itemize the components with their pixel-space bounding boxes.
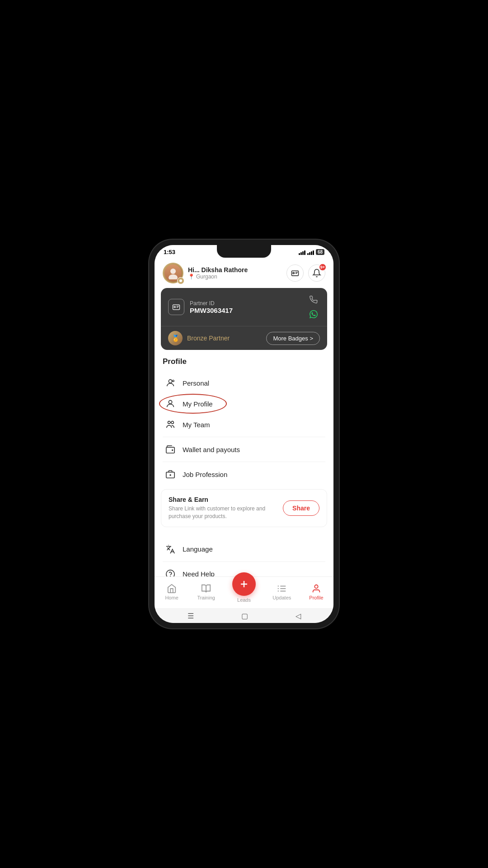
- language-label: Language: [183, 545, 213, 553]
- header-text: Hi... Diksha Rathore 📍 Gurgaon: [188, 266, 248, 280]
- svg-point-2: [179, 279, 182, 282]
- svg-point-0: [170, 269, 176, 274]
- wallet-menu-item[interactable]: Wallet and payouts: [163, 439, 325, 460]
- job-label: Job Profession: [183, 471, 227, 478]
- partner-id-info: Partner ID PMW3063417: [190, 300, 233, 314]
- my-team-icon: [164, 419, 176, 430]
- svg-point-11: [169, 380, 172, 383]
- language-icon: [164, 543, 176, 555]
- my-profile-label: My Profile: [183, 400, 213, 408]
- nav-updates[interactable]: Updates: [265, 582, 299, 602]
- bronze-level: Bronze Partner: [187, 335, 230, 342]
- battery-indicator: 68: [316, 249, 324, 255]
- svg-point-4: [293, 272, 294, 274]
- my-profile-icon: [164, 398, 176, 410]
- wallet-label: Wallet and payouts: [183, 446, 240, 453]
- status-icons: 68: [299, 249, 324, 255]
- profile-nav-icon: [311, 584, 321, 594]
- notification-count: 9+: [319, 264, 326, 271]
- svg-rect-16: [166, 447, 174, 453]
- svg-point-17: [172, 450, 173, 451]
- home-nav-label: Home: [165, 595, 178, 600]
- svg-point-35: [314, 585, 318, 588]
- svg-point-15: [171, 421, 174, 424]
- nav-training[interactable]: Training: [189, 582, 223, 602]
- bronze-row: 🏅 Bronze Partner More Badges >: [161, 326, 327, 350]
- svg-point-8: [174, 306, 175, 307]
- screen-content: Hi... Diksha Rathore 📍 Gurgaon: [155, 257, 333, 576]
- id-card-button[interactable]: [286, 264, 304, 282]
- training-nav-label: Training: [197, 595, 215, 600]
- partner-card: Partner ID PMW3063417: [161, 288, 327, 350]
- greeting-text: Hi... Diksha Rathore: [188, 266, 248, 274]
- my-team-label: My Team: [183, 421, 210, 429]
- share-earn-title: Share & Earn: [169, 496, 277, 503]
- partner-id-icon: [168, 299, 184, 315]
- location-pin-icon: 📍: [188, 274, 195, 280]
- partner-contact-icons: [307, 293, 320, 321]
- signal-bars-2-icon: [307, 250, 314, 255]
- partner-id-label: Partner ID: [190, 300, 233, 307]
- svg-point-13: [169, 401, 172, 404]
- avatar[interactable]: [163, 263, 183, 283]
- job-icon: [164, 468, 176, 480]
- profile-nav-label: Profile: [309, 595, 323, 600]
- extra-menu-section: Language Need Help: [155, 532, 333, 576]
- recent-gesture-icon: ◁: [296, 612, 301, 620]
- share-earn-description: Share Link with customer to explore and …: [169, 505, 277, 520]
- leads-nav-label: Leads: [237, 597, 251, 603]
- phone-call-icon[interactable]: [307, 293, 320, 306]
- my-team-menu-item[interactable]: My Team: [163, 414, 325, 435]
- whatsapp-icon[interactable]: [307, 308, 320, 321]
- language-menu-item[interactable]: Language: [163, 539, 325, 560]
- personal-label: Personal: [183, 379, 209, 387]
- updates-nav-label: Updates: [272, 595, 291, 600]
- svg-point-12: [173, 380, 174, 382]
- nav-profile[interactable]: Profile: [299, 582, 333, 602]
- gesture-bar: ☰ ▢ ◁: [155, 608, 333, 623]
- share-earn-card: Share & Earn Share Link with customer to…: [161, 489, 327, 527]
- nav-home[interactable]: Home: [155, 582, 189, 602]
- updates-icon: [277, 584, 287, 594]
- nav-leads[interactable]: Leads: [223, 580, 264, 604]
- share-button[interactable]: Share: [283, 500, 319, 516]
- header-left: Hi... Diksha Rathore 📍 Gurgaon: [163, 263, 248, 283]
- share-earn-text: Share & Earn Share Link with customer to…: [169, 496, 277, 520]
- partner-id-row: Partner ID PMW3063417: [161, 288, 327, 326]
- back-gesture-icon: ☰: [188, 612, 194, 620]
- bottom-nav: Home Training L: [155, 576, 333, 608]
- home-gesture-icon: ▢: [241, 612, 248, 620]
- header-actions: 9+: [286, 264, 325, 282]
- help-label: Need Help: [183, 570, 215, 576]
- personal-icon: [164, 377, 176, 389]
- personal-menu-item[interactable]: Personal: [163, 373, 325, 393]
- bronze-left: 🏅 Bronze Partner: [168, 331, 230, 345]
- notification-button[interactable]: 9+: [308, 264, 325, 282]
- my-profile-menu-item[interactable]: My Profile: [163, 393, 325, 414]
- home-icon: [167, 584, 177, 594]
- partner-id-left: Partner ID PMW3063417: [168, 299, 233, 315]
- svg-point-1: [169, 274, 178, 279]
- more-badges-button[interactable]: More Badges >: [266, 332, 320, 345]
- location-text: 📍 Gurgaon: [188, 274, 248, 280]
- profile-section: Profile Personal: [155, 350, 333, 485]
- leads-fab-button[interactable]: [232, 572, 256, 596]
- training-icon: [201, 584, 211, 594]
- wallet-icon: [164, 443, 176, 455]
- job-menu-item[interactable]: Job Profession: [163, 464, 325, 485]
- avatar-badge-icon: [177, 277, 184, 284]
- profile-section-title: Profile: [163, 357, 325, 366]
- header: Hi... Diksha Rathore 📍 Gurgaon: [155, 257, 333, 288]
- help-icon: [164, 568, 176, 576]
- partner-id-value: PMW3063417: [190, 307, 233, 314]
- bronze-medal-icon: 🏅: [168, 331, 183, 345]
- status-time: 1:53: [164, 249, 175, 255]
- signal-bars-icon: [299, 250, 305, 255]
- svg-point-14: [168, 421, 171, 424]
- svg-point-21: [166, 570, 174, 576]
